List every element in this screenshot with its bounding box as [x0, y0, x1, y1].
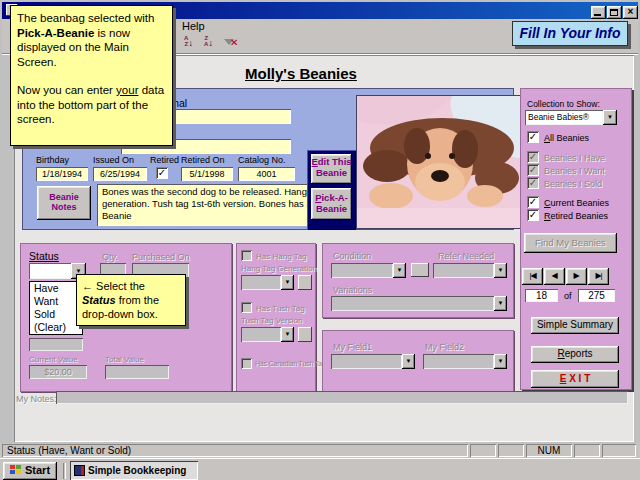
- paid-field: [29, 338, 83, 351]
- record-number-field[interactable]: 18: [525, 289, 558, 302]
- minimize-button[interactable]: [591, 6, 606, 19]
- taskbar-task-simple-bookkeeping[interactable]: Simple Bookkeeping: [70, 461, 198, 480]
- catalog-no-label: Catalog No.: [238, 155, 286, 165]
- my-notes-field: [56, 391, 628, 404]
- close-button[interactable]: ×: [623, 6, 638, 19]
- status-option[interactable]: Have: [30, 282, 82, 295]
- status-bar: Status (Have, Want or Sold) NUM: [0, 443, 640, 458]
- nav-previous-button[interactable]: ◀: [544, 268, 565, 285]
- retired-checkbox[interactable]: ✓: [156, 167, 168, 179]
- issued-on-label: Issued On: [93, 155, 134, 165]
- status-bar-panel: [498, 444, 524, 457]
- current-value-bottom-label: Current Value: [29, 355, 78, 364]
- nav-next-button[interactable]: ▶: [566, 268, 587, 285]
- status-bar-panel: [574, 444, 600, 457]
- start-button-label: Start: [25, 464, 50, 476]
- tush-tag-version-more-button: [298, 327, 312, 342]
- status-option[interactable]: Sold: [30, 308, 82, 321]
- reports-button[interactable]: Reports: [531, 346, 619, 363]
- has-tush-tag-checkbox: [241, 302, 252, 313]
- beanies-i-have-checkbox: ✓: [527, 151, 539, 163]
- refer-needed-dropdown: [433, 263, 494, 278]
- collection-to-show-label: Collection to Show:: [527, 99, 600, 109]
- hang-tag-generation-dropdown: [241, 275, 281, 290]
- condition-panel: Condition ▼ Refer Needed ▼ Variations ▼: [322, 243, 514, 318]
- nav-last-button[interactable]: ▶|: [588, 268, 609, 285]
- menu-item-help[interactable]: Help: [182, 20, 205, 32]
- restore-icon: [610, 9, 618, 16]
- status-bar-message: Status (Have, Want or Sold): [7, 445, 131, 456]
- sort-descending-button[interactable]: ZA↓: [199, 35, 218, 52]
- record-of-label: of: [564, 291, 572, 301]
- catalog-no-value: 4001: [256, 169, 276, 179]
- status-option[interactable]: Want: [30, 295, 82, 308]
- start-button[interactable]: Start: [3, 462, 57, 480]
- collection-show-dropdown[interactable]: Beanie Babies®: [525, 110, 603, 125]
- condition-label: Condition: [333, 251, 371, 261]
- num-lock-indicator: NUM: [526, 444, 572, 457]
- all-beanies-checkbox[interactable]: ✓: [527, 131, 539, 143]
- simple-summary-button[interactable]: Simple Summary: [531, 317, 619, 334]
- check-icon: ✓: [529, 164, 537, 175]
- variations-arrow-icon: ▼: [494, 296, 507, 311]
- my-field1-label: My Field1: [333, 342, 372, 352]
- total-value-label: Total Value: [105, 355, 144, 364]
- taskbar: Start Simple Bookkeeping: [0, 458, 640, 480]
- condition-dropdown-arrow-icon: ▼: [393, 263, 406, 278]
- pick-a-beanie-button[interactable]: Pick-A-Beanie: [311, 188, 352, 220]
- has-hang-tag-label: Has Hang Tag: [256, 252, 307, 261]
- status-bar-panel: [470, 444, 496, 457]
- has-canadian-tush-tag-checkbox: [241, 358, 252, 369]
- callout-text: The beanbag selected with: [17, 12, 154, 24]
- record-total-field: 275: [578, 289, 615, 302]
- collection-show-arrow-icon[interactable]: ▼: [603, 110, 617, 125]
- my-notes-label: My Notes:: [16, 394, 57, 404]
- record-total: 275: [588, 290, 605, 301]
- fill-in-your-info-button[interactable]: Fill In Your Info: [512, 21, 628, 46]
- filter-x-icon: ✕: [230, 37, 238, 48]
- hang-tag-generation-label: Hang Tag Generation: [241, 264, 317, 273]
- status-option[interactable]: (Clear): [30, 321, 82, 334]
- status-label: Status: [29, 250, 59, 262]
- beanies-i-want-label: Beanies I Want: [544, 166, 605, 176]
- callout-text: Now you can enter: [17, 84, 116, 96]
- qty-label: Qty.: [102, 252, 118, 262]
- current-beanies-checkbox[interactable]: ✓: [527, 196, 539, 208]
- retired-label: Retired: [150, 155, 179, 165]
- my-field1-dropdown: [331, 354, 402, 369]
- refer-needed-arrow-icon: ▼: [494, 263, 507, 278]
- windows-logo-icon: [10, 465, 22, 475]
- check-icon: ✓: [529, 209, 537, 220]
- nav-next-icon: ▶: [573, 271, 579, 280]
- current-value-bottom-field: $20.00: [29, 365, 87, 379]
- minimize-icon: [594, 14, 601, 16]
- find-my-beanies-button: Find My Beanies: [524, 233, 617, 253]
- status-dropdown[interactable]: [29, 263, 71, 279]
- edit-this-beanie-button[interactable]: Edit This Beanie: [311, 154, 352, 184]
- collection-to-show-panel: Collection to Show: Beanie Babies® ▼ ✓ A…: [520, 88, 632, 390]
- collection-show-value: Beanie Babies®: [528, 112, 589, 122]
- issued-on-field[interactable]: 6/25/1994: [93, 167, 147, 181]
- exit-button[interactable]: E X I T: [531, 370, 619, 388]
- remove-filter-button[interactable]: ✕: [222, 35, 241, 52]
- callout-text: ← Select the: [82, 280, 145, 292]
- nav-first-button[interactable]: |◀: [522, 268, 543, 285]
- birthday-field[interactable]: 1/18/1994: [36, 167, 88, 181]
- has-hang-tag-checkbox: [241, 250, 252, 261]
- status-options-list: Have Want Sold (Clear): [29, 281, 83, 335]
- num-lock-text: NUM: [538, 445, 561, 456]
- callout-bold-text: Pick-A-Beanie: [17, 27, 94, 39]
- maximize-button[interactable]: [607, 6, 622, 19]
- check-icon: ✓: [529, 196, 537, 207]
- sort-ascending-button[interactable]: AZ↓: [179, 35, 198, 52]
- retired-on-field[interactable]: 5/1/1998: [181, 167, 233, 181]
- task-button-label: Simple Bookkeeping: [88, 465, 186, 476]
- beanies-i-sold-checkbox: ✓: [527, 177, 539, 189]
- catalog-no-field[interactable]: 4001: [238, 167, 295, 181]
- page-title: Molly's Beanies: [245, 65, 425, 82]
- tutorial-callout-status: ← Select the Status from the drop-down b…: [76, 274, 186, 326]
- has-canadian-tush-tag-label: Has Canadian Tush Tag: [255, 360, 325, 367]
- retired-beanies-checkbox[interactable]: ✓: [527, 209, 539, 221]
- beanie-notes-button[interactable]: Beanie Notes: [37, 186, 91, 220]
- callout-underline-text: your: [116, 84, 138, 96]
